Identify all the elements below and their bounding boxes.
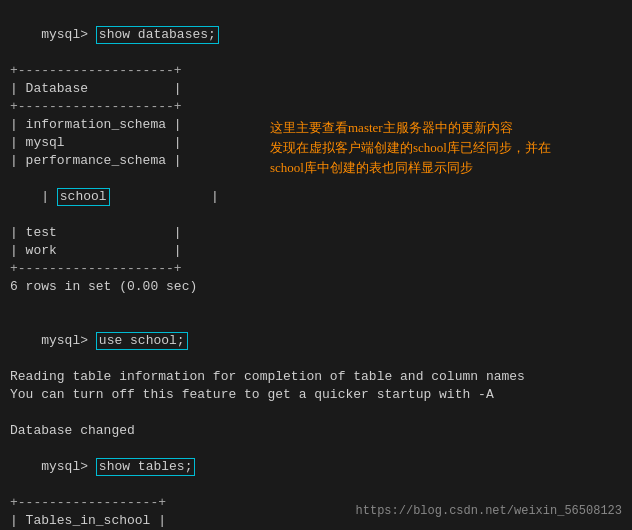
command-line-1: mysql> show databases; [10, 8, 622, 62]
info-line-1: Reading table information for completion… [10, 368, 622, 386]
blog-link: https://blog.csdn.net/weixin_56508123 [356, 504, 622, 518]
cmd-highlight-1: show databases; [96, 26, 219, 44]
info-line-2: You can turn off this feature to get a q… [10, 386, 622, 404]
sep-line-3: +--------------------+ [10, 260, 622, 278]
db-changed: Database changed [10, 422, 622, 440]
terminal: mysql> show databases; +----------------… [0, 0, 632, 530]
blank-1 [10, 296, 622, 314]
db-row-4: | school | [10, 170, 622, 224]
prompt-1: mysql> [41, 27, 96, 42]
sep-line-1: +--------------------+ [10, 62, 622, 80]
db-row-6: | work | [10, 242, 622, 260]
command-line-2: mysql> use school; [10, 314, 622, 368]
prompt-2: mysql> [41, 333, 96, 348]
rows-count-1: 6 rows in set (0.00 sec) [10, 278, 622, 296]
db-header: | Database | [10, 80, 622, 98]
prompt-3: mysql> [41, 459, 96, 474]
school-db-highlight: school [57, 188, 110, 206]
cmd-highlight-3: show tables; [96, 458, 196, 476]
blank-2 [10, 404, 622, 422]
cmd-highlight-2: use school; [96, 332, 188, 350]
db-row-5: | test | [10, 224, 622, 242]
annotation-block: 这里主要查看master主服务器中的更新内容 发现在虚拟客户端创建的school… [270, 118, 551, 178]
sep-line-2: +--------------------+ [10, 98, 622, 116]
command-line-3: mysql> show tables; [10, 440, 622, 494]
